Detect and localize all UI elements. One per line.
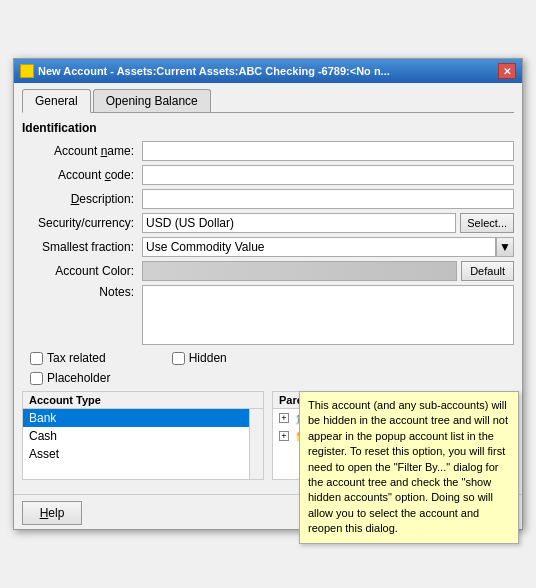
placeholder-item: Placeholder <box>30 371 110 385</box>
color-bar[interactable] <box>142 261 457 281</box>
security-controls: USD (US Dollar) Select... <box>142 213 514 233</box>
account-code-label: Account code: <box>22 168 142 182</box>
default-button[interactable]: Default <box>461 261 514 281</box>
smallest-fraction-dropdown[interactable]: Use Commodity Value <box>142 237 496 257</box>
identification-header: Identification <box>22 121 514 135</box>
dialog-content: General Opening Balance Identification A… <box>14 83 522 488</box>
tax-related-checkbox[interactable] <box>30 352 43 365</box>
account-name-input[interactable] <box>142 141 514 161</box>
list-item[interactable]: Cash <box>23 427 249 445</box>
tooltip-text: This account (and any sub-accounts) will… <box>308 399 508 534</box>
list-item[interactable]: Asset <box>23 445 249 463</box>
description-label: Description: <box>22 192 142 206</box>
tax-related-item: Tax related <box>30 351 106 365</box>
color-controls: Default <box>142 261 514 281</box>
account-color-row: Account Color: Default <box>22 261 514 281</box>
checkboxes-row1: Tax related Hidden <box>30 351 514 365</box>
window-title: New Account - Assets:Current Assets:ABC … <box>38 65 390 77</box>
account-type-content: Bank Cash Asset <box>23 409 263 479</box>
account-code-input[interactable] <box>142 165 514 185</box>
hidden-checkbox[interactable] <box>172 352 185 365</box>
notes-label: Notes: <box>22 285 142 299</box>
placeholder-row: Placeholder <box>30 371 514 385</box>
security-row: Security/currency: USD (US Dollar) Selec… <box>22 213 514 233</box>
expand-icon: + <box>279 431 289 441</box>
smallest-fraction-row: Smallest fraction: Use Commodity Value ▼ <box>22 237 514 257</box>
main-window: New Account - Assets:Current Assets:ABC … <box>13 58 523 530</box>
tab-general[interactable]: General <box>22 89 91 113</box>
tab-opening-balance[interactable]: Opening Balance <box>93 89 211 112</box>
help-button[interactable]: Help <box>22 501 82 525</box>
description-input[interactable] <box>142 189 514 209</box>
smallest-fraction-label: Smallest fraction: <box>22 240 142 254</box>
close-button[interactable]: ✕ <box>498 63 516 79</box>
tooltip-box: This account (and any sub-accounts) will… <box>299 391 519 544</box>
hidden-item: Hidden <box>172 351 227 365</box>
account-code-row: Account code: <box>22 165 514 185</box>
tab-bar: General Opening Balance <box>22 89 514 113</box>
hidden-label: Hidden <box>189 351 227 365</box>
account-name-label: Account name: <box>22 144 142 158</box>
select-button[interactable]: Select... <box>460 213 514 233</box>
window-icon <box>20 64 34 78</box>
notes-row: Notes: <box>22 285 514 345</box>
placeholder-checkbox[interactable] <box>30 372 43 385</box>
list-item[interactable]: Bank <box>23 409 249 427</box>
account-color-label: Account Color: <box>22 264 142 278</box>
account-type-header: Account Type <box>23 392 263 409</box>
security-label: Security/currency: <box>22 216 142 230</box>
placeholder-label: Placeholder <box>47 371 110 385</box>
description-row: Description: <box>22 189 514 209</box>
smallest-fraction-controls: Use Commodity Value ▼ <box>142 237 514 257</box>
security-input[interactable]: USD (US Dollar) <box>142 213 456 233</box>
expand-icon: + <box>279 413 289 423</box>
bottom-section: Account Type Bank Cash Asset Parent Ac..… <box>22 391 514 480</box>
title-bar-left: New Account - Assets:Current Assets:ABC … <box>20 64 390 78</box>
account-type-scrollbar[interactable] <box>249 409 263 479</box>
account-name-row: Account name: <box>22 141 514 161</box>
dropdown-arrow-icon[interactable]: ▼ <box>496 237 514 257</box>
account-type-box: Account Type Bank Cash Asset <box>22 391 264 480</box>
tax-related-label: Tax related <box>47 351 106 365</box>
notes-input[interactable] <box>142 285 514 345</box>
title-bar: New Account - Assets:Current Assets:ABC … <box>14 59 522 83</box>
account-type-list: Bank Cash Asset <box>23 409 249 479</box>
